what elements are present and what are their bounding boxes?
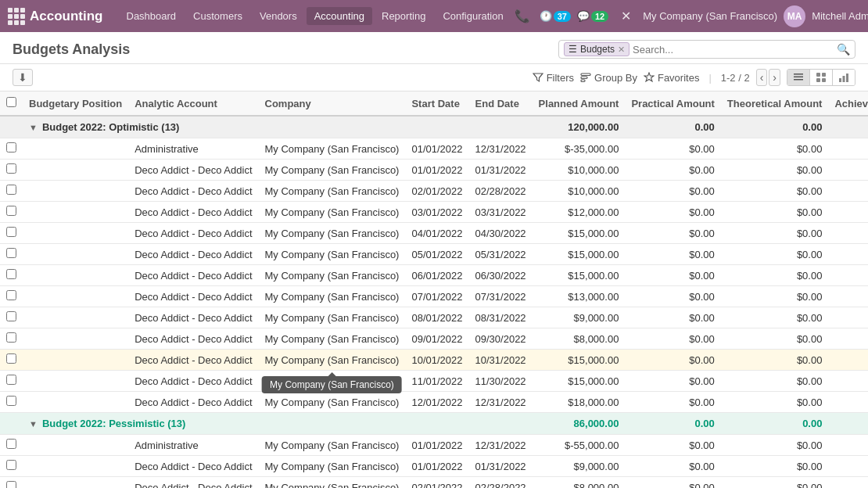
cell-achievement: 0%: [828, 392, 868, 413]
cell-end-date: 06/30/2022: [469, 265, 533, 286]
row-checkbox[interactable]: [6, 375, 16, 385]
list-view-button[interactable]: [787, 70, 810, 85]
table-row[interactable]: Deco Addict - Deco AddictMy Company (San…: [0, 160, 868, 181]
row-checkbox-cell[interactable]: [0, 307, 23, 328]
table-row[interactable]: Deco Addict - Deco AddictMy Company (San…: [0, 286, 868, 307]
svg-rect-2: [581, 80, 585, 82]
row-checkbox[interactable]: [6, 439, 16, 449]
table-row[interactable]: Deco Addict - Deco AddictMy Company (San…: [0, 350, 868, 371]
nav-reporting[interactable]: Reporting: [374, 7, 433, 25]
row-checkbox[interactable]: [6, 248, 16, 258]
row-checkbox-cell[interactable]: [0, 286, 23, 307]
row-checkbox[interactable]: [6, 269, 16, 279]
row-checkbox-cell[interactable]: [0, 265, 23, 286]
row-checkbox-cell[interactable]: [0, 223, 23, 244]
table-row[interactable]: AdministrativeMy Company (San Francisco)…: [0, 435, 868, 456]
row-checkbox-cell[interactable]: [0, 371, 23, 392]
cell-achievement: 0%: [828, 456, 868, 477]
table-row[interactable]: Deco Addict - Deco AddictMy Company (San…: [0, 371, 868, 392]
favorites-button[interactable]: Favorites: [644, 72, 699, 84]
row-checkbox-cell[interactable]: [0, 477, 23, 489]
nav-dashboard[interactable]: Dashboard: [119, 7, 185, 25]
row-checkbox-cell[interactable]: [0, 181, 23, 202]
row-checkbox[interactable]: [6, 142, 16, 152]
cell-end-date: 07/31/2022: [469, 286, 533, 307]
nav-configuration[interactable]: Configuration: [435, 7, 511, 25]
list-icon: [793, 72, 804, 83]
chat-badge-btn[interactable]: 💬 12: [577, 10, 608, 22]
grid-menu-icon[interactable]: [8, 0, 25, 32]
row-checkbox-cell[interactable]: [0, 328, 23, 350]
nav-vendors[interactable]: Vendors: [252, 7, 305, 25]
svg-rect-0: [581, 74, 590, 76]
table-row[interactable]: Deco Addict - Deco AddictMy Company (San…: [0, 477, 868, 489]
cell-start-date: 01/01/2022: [405, 138, 468, 160]
prev-page-button[interactable]: ‹: [756, 69, 768, 86]
select-all-header[interactable]: [0, 92, 23, 116]
group-row[interactable]: ▼Budget 2022: Pessimistic (13)86,000.000…: [0, 413, 868, 435]
search-input[interactable]: [633, 44, 834, 56]
chart-view-button[interactable]: [833, 70, 855, 85]
row-checkbox[interactable]: [6, 163, 16, 174]
group-achievement: 0%: [828, 413, 868, 435]
group-row[interactable]: ▼Budget 2022: Optimistic (13)120,000.000…: [0, 116, 868, 138]
chevron-down-icon[interactable]: ▼: [29, 419, 38, 429]
nav-customers[interactable]: Customers: [185, 7, 250, 25]
row-checkbox[interactable]: [6, 396, 16, 406]
group-by-button[interactable]: Group By: [580, 72, 637, 84]
table-row[interactable]: AdministrativeMy Company (San Francisco)…: [0, 138, 868, 160]
row-checkbox[interactable]: [6, 481, 16, 488]
kanban-view-button[interactable]: [810, 70, 833, 85]
row-checkbox[interactable]: [6, 353, 16, 364]
row-checkbox[interactable]: [6, 332, 16, 343]
chevron-down-icon[interactable]: ▼: [29, 123, 38, 132]
table-row[interactable]: Deco Addict - Deco AddictMy Company (San…: [0, 181, 868, 202]
filters-button[interactable]: Filters: [533, 72, 574, 84]
row-checkbox-cell[interactable]: [0, 160, 23, 181]
cell-budgetary: [23, 223, 128, 244]
row-checkbox-cell[interactable]: [0, 456, 23, 477]
phone-icon[interactable]: 📞: [511, 5, 533, 27]
export-button[interactable]: ⬇: [13, 69, 33, 86]
table-row[interactable]: Deco Addict - Deco AddictMy Company (San…: [0, 223, 868, 244]
header-start-date: Start Date: [405, 92, 468, 116]
cell-company: My Company (San Francisco): [259, 371, 406, 392]
brand-name[interactable]: Accounting: [30, 9, 103, 24]
search-tag-budgets[interactable]: ☰ Budgets ✕: [564, 42, 629, 56]
filter-icon: [533, 72, 543, 83]
row-checkbox[interactable]: [6, 311, 16, 321]
row-checkbox[interactable]: [6, 460, 16, 470]
cell-practical: $0.00: [625, 244, 720, 265]
next-page-button[interactable]: ›: [769, 69, 780, 86]
table-row[interactable]: Deco Addict - Deco AddictMy Company (San…: [0, 328, 868, 350]
row-checkbox-cell[interactable]: [0, 244, 23, 265]
select-all-checkbox[interactable]: [6, 97, 16, 107]
table-row[interactable]: Deco Addict - Deco AddictMy Company (San…: [0, 392, 868, 413]
nav-accounting[interactable]: Accounting: [307, 7, 372, 25]
cell-planned: $9,000.00: [533, 456, 626, 477]
search-tag-close-icon[interactable]: ✕: [618, 45, 625, 55]
search-icon[interactable]: 🔍: [837, 43, 850, 56]
company-name[interactable]: My Company (San Francisco): [643, 10, 777, 22]
avatar[interactable]: MA: [784, 5, 805, 27]
row-checkbox[interactable]: [6, 206, 16, 216]
close-icon[interactable]: ✕: [615, 5, 637, 27]
row-checkbox-cell[interactable]: [0, 138, 23, 160]
row-checkbox[interactable]: [6, 290, 16, 300]
table-container: Budgetary Position Analytic Account Comp…: [0, 92, 868, 488]
table-row[interactable]: Deco Addict - Deco AddictMy Company (San…: [0, 456, 868, 477]
row-checkbox-cell[interactable]: [0, 392, 23, 413]
row-checkbox-cell[interactable]: [0, 435, 23, 456]
row-checkbox-cell[interactable]: [0, 202, 23, 223]
row-checkbox[interactable]: [6, 227, 16, 237]
table-row[interactable]: Deco Addict - Deco AddictMy Company (San…: [0, 244, 868, 265]
table-row[interactable]: Deco Addict - Deco AddictMy Company (San…: [0, 202, 868, 223]
row-checkbox-cell[interactable]: [0, 350, 23, 371]
clock-badge-btn[interactable]: 🕐 37: [540, 10, 571, 22]
table-row[interactable]: Deco Addict - Deco AddictMy Company (San…: [0, 265, 868, 286]
user-name[interactable]: Mitchell Admin: [812, 10, 868, 22]
cell-achievement: 0%: [828, 244, 868, 265]
cell-theoretical: $0.00: [721, 328, 829, 350]
row-checkbox[interactable]: [6, 185, 16, 195]
table-row[interactable]: Deco Addict - Deco AddictMy Company (San…: [0, 307, 868, 328]
